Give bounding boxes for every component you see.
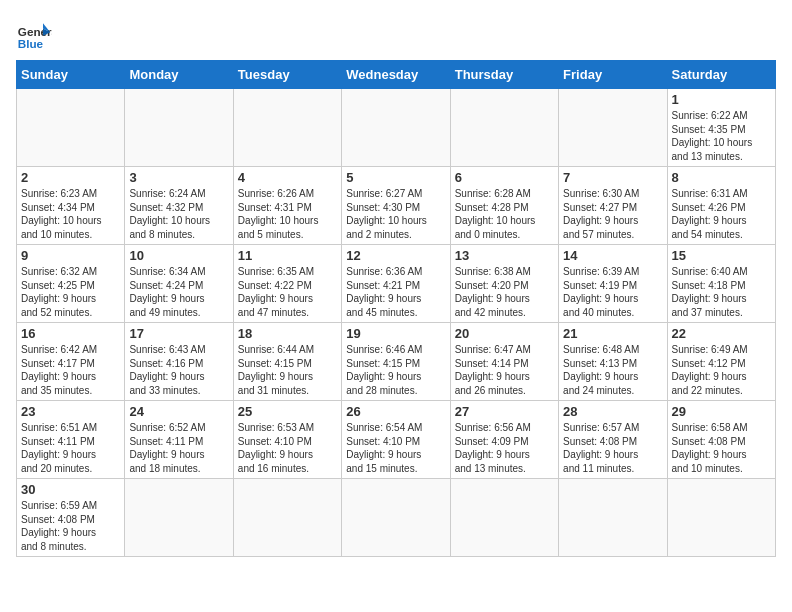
day-number: 6 [455, 170, 554, 185]
day-info: Sunrise: 6:48 AM Sunset: 4:13 PM Dayligh… [563, 343, 662, 397]
day-info: Sunrise: 6:57 AM Sunset: 4:08 PM Dayligh… [563, 421, 662, 475]
weekday-header-saturday: Saturday [667, 61, 775, 89]
calendar-cell [559, 479, 667, 557]
day-number: 23 [21, 404, 120, 419]
day-info: Sunrise: 6:30 AM Sunset: 4:27 PM Dayligh… [563, 187, 662, 241]
day-info: Sunrise: 6:28 AM Sunset: 4:28 PM Dayligh… [455, 187, 554, 241]
weekday-header-tuesday: Tuesday [233, 61, 341, 89]
day-number: 14 [563, 248, 662, 263]
calendar-cell [667, 479, 775, 557]
day-number: 11 [238, 248, 337, 263]
calendar-week-5: 23Sunrise: 6:51 AM Sunset: 4:11 PM Dayli… [17, 401, 776, 479]
calendar-cell [450, 479, 558, 557]
calendar-cell [233, 89, 341, 167]
day-info: Sunrise: 6:42 AM Sunset: 4:17 PM Dayligh… [21, 343, 120, 397]
calendar-cell: 22Sunrise: 6:49 AM Sunset: 4:12 PM Dayli… [667, 323, 775, 401]
calendar-cell: 20Sunrise: 6:47 AM Sunset: 4:14 PM Dayli… [450, 323, 558, 401]
day-number: 30 [21, 482, 120, 497]
day-number: 16 [21, 326, 120, 341]
day-number: 22 [672, 326, 771, 341]
day-info: Sunrise: 6:22 AM Sunset: 4:35 PM Dayligh… [672, 109, 771, 163]
calendar-table: SundayMondayTuesdayWednesdayThursdayFrid… [16, 60, 776, 557]
day-info: Sunrise: 6:38 AM Sunset: 4:20 PM Dayligh… [455, 265, 554, 319]
day-info: Sunrise: 6:59 AM Sunset: 4:08 PM Dayligh… [21, 499, 120, 553]
day-number: 13 [455, 248, 554, 263]
weekday-header-friday: Friday [559, 61, 667, 89]
day-number: 29 [672, 404, 771, 419]
day-info: Sunrise: 6:40 AM Sunset: 4:18 PM Dayligh… [672, 265, 771, 319]
day-info: Sunrise: 6:46 AM Sunset: 4:15 PM Dayligh… [346, 343, 445, 397]
calendar-cell: 9Sunrise: 6:32 AM Sunset: 4:25 PM Daylig… [17, 245, 125, 323]
day-number: 9 [21, 248, 120, 263]
day-info: Sunrise: 6:54 AM Sunset: 4:10 PM Dayligh… [346, 421, 445, 475]
weekday-row: SundayMondayTuesdayWednesdayThursdayFrid… [17, 61, 776, 89]
day-info: Sunrise: 6:44 AM Sunset: 4:15 PM Dayligh… [238, 343, 337, 397]
day-info: Sunrise: 6:31 AM Sunset: 4:26 PM Dayligh… [672, 187, 771, 241]
day-info: Sunrise: 6:23 AM Sunset: 4:34 PM Dayligh… [21, 187, 120, 241]
calendar-cell: 2Sunrise: 6:23 AM Sunset: 4:34 PM Daylig… [17, 167, 125, 245]
calendar-body: 1Sunrise: 6:22 AM Sunset: 4:35 PM Daylig… [17, 89, 776, 557]
day-number: 8 [672, 170, 771, 185]
calendar-cell [17, 89, 125, 167]
calendar-cell: 4Sunrise: 6:26 AM Sunset: 4:31 PM Daylig… [233, 167, 341, 245]
weekday-header-wednesday: Wednesday [342, 61, 450, 89]
weekday-header-sunday: Sunday [17, 61, 125, 89]
weekday-header-monday: Monday [125, 61, 233, 89]
day-info: Sunrise: 6:27 AM Sunset: 4:30 PM Dayligh… [346, 187, 445, 241]
day-number: 15 [672, 248, 771, 263]
logo: General Blue [16, 16, 52, 52]
logo-icon: General Blue [16, 16, 52, 52]
day-number: 5 [346, 170, 445, 185]
calendar-cell: 6Sunrise: 6:28 AM Sunset: 4:28 PM Daylig… [450, 167, 558, 245]
day-info: Sunrise: 6:56 AM Sunset: 4:09 PM Dayligh… [455, 421, 554, 475]
day-number: 1 [672, 92, 771, 107]
calendar-cell: 14Sunrise: 6:39 AM Sunset: 4:19 PM Dayli… [559, 245, 667, 323]
calendar-cell: 13Sunrise: 6:38 AM Sunset: 4:20 PM Dayli… [450, 245, 558, 323]
calendar-cell: 15Sunrise: 6:40 AM Sunset: 4:18 PM Dayli… [667, 245, 775, 323]
calendar-cell: 10Sunrise: 6:34 AM Sunset: 4:24 PM Dayli… [125, 245, 233, 323]
calendar-cell: 3Sunrise: 6:24 AM Sunset: 4:32 PM Daylig… [125, 167, 233, 245]
calendar-cell: 5Sunrise: 6:27 AM Sunset: 4:30 PM Daylig… [342, 167, 450, 245]
calendar-cell: 29Sunrise: 6:58 AM Sunset: 4:08 PM Dayli… [667, 401, 775, 479]
calendar-week-2: 2Sunrise: 6:23 AM Sunset: 4:34 PM Daylig… [17, 167, 776, 245]
calendar-cell: 18Sunrise: 6:44 AM Sunset: 4:15 PM Dayli… [233, 323, 341, 401]
calendar-cell [125, 479, 233, 557]
svg-text:Blue: Blue [18, 37, 44, 50]
calendar-cell: 27Sunrise: 6:56 AM Sunset: 4:09 PM Dayli… [450, 401, 558, 479]
day-number: 25 [238, 404, 337, 419]
day-number: 27 [455, 404, 554, 419]
day-info: Sunrise: 6:51 AM Sunset: 4:11 PM Dayligh… [21, 421, 120, 475]
calendar-week-4: 16Sunrise: 6:42 AM Sunset: 4:17 PM Dayli… [17, 323, 776, 401]
calendar-cell [342, 89, 450, 167]
day-info: Sunrise: 6:39 AM Sunset: 4:19 PM Dayligh… [563, 265, 662, 319]
day-info: Sunrise: 6:47 AM Sunset: 4:14 PM Dayligh… [455, 343, 554, 397]
calendar-cell: 8Sunrise: 6:31 AM Sunset: 4:26 PM Daylig… [667, 167, 775, 245]
calendar-cell: 26Sunrise: 6:54 AM Sunset: 4:10 PM Dayli… [342, 401, 450, 479]
day-info: Sunrise: 6:36 AM Sunset: 4:21 PM Dayligh… [346, 265, 445, 319]
day-info: Sunrise: 6:53 AM Sunset: 4:10 PM Dayligh… [238, 421, 337, 475]
day-info: Sunrise: 6:34 AM Sunset: 4:24 PM Dayligh… [129, 265, 228, 319]
calendar-cell [233, 479, 341, 557]
day-info: Sunrise: 6:58 AM Sunset: 4:08 PM Dayligh… [672, 421, 771, 475]
calendar-cell [559, 89, 667, 167]
calendar-cell: 1Sunrise: 6:22 AM Sunset: 4:35 PM Daylig… [667, 89, 775, 167]
calendar-cell [450, 89, 558, 167]
day-info: Sunrise: 6:32 AM Sunset: 4:25 PM Dayligh… [21, 265, 120, 319]
day-info: Sunrise: 6:24 AM Sunset: 4:32 PM Dayligh… [129, 187, 228, 241]
calendar-cell: 7Sunrise: 6:30 AM Sunset: 4:27 PM Daylig… [559, 167, 667, 245]
day-number: 26 [346, 404, 445, 419]
calendar-cell: 21Sunrise: 6:48 AM Sunset: 4:13 PM Dayli… [559, 323, 667, 401]
day-number: 2 [21, 170, 120, 185]
day-number: 7 [563, 170, 662, 185]
day-number: 18 [238, 326, 337, 341]
calendar-cell: 24Sunrise: 6:52 AM Sunset: 4:11 PM Dayli… [125, 401, 233, 479]
calendar-week-6: 30Sunrise: 6:59 AM Sunset: 4:08 PM Dayli… [17, 479, 776, 557]
calendar-cell: 11Sunrise: 6:35 AM Sunset: 4:22 PM Dayli… [233, 245, 341, 323]
day-info: Sunrise: 6:26 AM Sunset: 4:31 PM Dayligh… [238, 187, 337, 241]
calendar-week-3: 9Sunrise: 6:32 AM Sunset: 4:25 PM Daylig… [17, 245, 776, 323]
calendar-cell: 19Sunrise: 6:46 AM Sunset: 4:15 PM Dayli… [342, 323, 450, 401]
day-number: 12 [346, 248, 445, 263]
calendar-week-1: 1Sunrise: 6:22 AM Sunset: 4:35 PM Daylig… [17, 89, 776, 167]
calendar-cell: 30Sunrise: 6:59 AM Sunset: 4:08 PM Dayli… [17, 479, 125, 557]
calendar-cell [125, 89, 233, 167]
